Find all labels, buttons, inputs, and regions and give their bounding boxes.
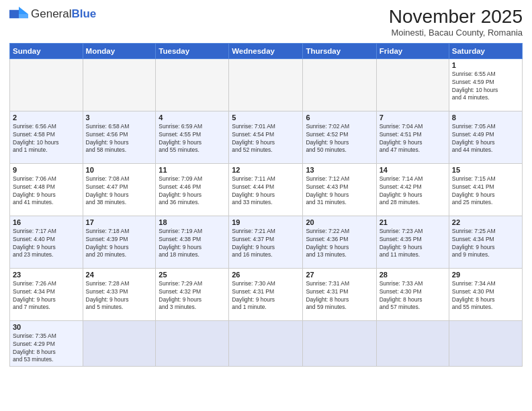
day-number: 5 — [232, 113, 300, 122]
calendar-week-row: 23Sunrise: 7:26 AM Sunset: 4:34 PM Dayli… — [10, 268, 523, 320]
day-number: 12 — [232, 166, 300, 174]
table-row: 11Sunrise: 7:09 AM Sunset: 4:46 PM Dayli… — [156, 163, 229, 216]
table-row: 3Sunrise: 6:58 AM Sunset: 4:56 PM Daylig… — [83, 111, 156, 163]
day-info: Sunrise: 7:33 AM Sunset: 4:30 PM Dayligh… — [380, 280, 446, 312]
day-number: 3 — [86, 113, 153, 122]
calendar-week-row: 2Sunrise: 6:56 AM Sunset: 4:58 PM Daylig… — [10, 111, 523, 163]
day-number: 1 — [452, 61, 519, 69]
day-info: Sunrise: 7:21 AM Sunset: 4:37 PM Dayligh… — [232, 228, 300, 260]
table-row: 29Sunrise: 7:34 AM Sunset: 4:30 PM Dayli… — [449, 268, 522, 320]
col-sunday: Sunday — [10, 43, 83, 58]
day-number: 23 — [13, 271, 80, 279]
table-row: 28Sunrise: 7:33 AM Sunset: 4:30 PM Dayli… — [376, 268, 449, 320]
table-row: 17Sunrise: 7:18 AM Sunset: 4:39 PM Dayli… — [83, 216, 156, 268]
day-number: 30 — [13, 323, 80, 331]
day-number: 29 — [452, 271, 519, 279]
table-row: 20Sunrise: 7:22 AM Sunset: 4:36 PM Dayli… — [303, 216, 376, 268]
table-row — [83, 320, 156, 367]
day-number: 8 — [452, 113, 519, 122]
day-number: 22 — [452, 218, 519, 226]
table-row: 13Sunrise: 7:12 AM Sunset: 4:43 PM Dayli… — [303, 163, 376, 216]
day-info: Sunrise: 7:06 AM Sunset: 4:48 PM Dayligh… — [13, 175, 80, 208]
calendar-header-row: Sunday Monday Tuesday Wednesday Thursday… — [10, 43, 523, 58]
table-row: 2Sunrise: 6:56 AM Sunset: 4:58 PM Daylig… — [10, 111, 83, 163]
day-number: 17 — [86, 218, 153, 226]
table-row — [449, 320, 522, 367]
table-row — [376, 320, 449, 367]
table-row — [303, 58, 376, 111]
day-number: 13 — [306, 166, 373, 174]
day-info: Sunrise: 7:04 AM Sunset: 4:51 PM Dayligh… — [380, 123, 446, 155]
svg-rect-2 — [19, 14, 28, 18]
day-info: Sunrise: 7:35 AM Sunset: 4:29 PM Dayligh… — [13, 332, 80, 365]
location-subtitle: Moinesti, Bacau County, Romania — [389, 28, 523, 38]
day-number: 2 — [13, 113, 80, 122]
day-info: Sunrise: 6:58 AM Sunset: 4:56 PM Dayligh… — [86, 123, 153, 155]
day-info: Sunrise: 7:23 AM Sunset: 4:35 PM Dayligh… — [380, 228, 446, 260]
calendar-week-row: 30Sunrise: 7:35 AM Sunset: 4:29 PM Dayli… — [10, 320, 523, 367]
day-info: Sunrise: 7:09 AM Sunset: 4:46 PM Dayligh… — [159, 175, 226, 208]
day-info: Sunrise: 7:12 AM Sunset: 4:43 PM Dayligh… — [306, 175, 373, 208]
table-row: 6Sunrise: 7:02 AM Sunset: 4:52 PM Daylig… — [303, 111, 376, 163]
table-row: 30Sunrise: 7:35 AM Sunset: 4:29 PM Dayli… — [10, 320, 83, 367]
day-info: Sunrise: 7:11 AM Sunset: 4:44 PM Dayligh… — [232, 175, 300, 208]
table-row: 24Sunrise: 7:28 AM Sunset: 4:33 PM Dayli… — [83, 268, 156, 320]
table-row: 8Sunrise: 7:05 AM Sunset: 4:49 PM Daylig… — [449, 111, 522, 163]
day-info: Sunrise: 7:28 AM Sunset: 4:33 PM Dayligh… — [86, 280, 153, 312]
col-monday: Monday — [83, 43, 156, 58]
day-number: 16 — [13, 218, 80, 226]
day-number: 9 — [13, 166, 80, 174]
table-row: 22Sunrise: 7:25 AM Sunset: 4:34 PM Dayli… — [449, 216, 522, 268]
day-info: Sunrise: 7:05 AM Sunset: 4:49 PM Dayligh… — [452, 123, 519, 155]
day-info: Sunrise: 6:55 AM Sunset: 4:59 PM Dayligh… — [452, 71, 519, 103]
table-row: 12Sunrise: 7:11 AM Sunset: 4:44 PM Dayli… — [229, 163, 303, 216]
table-row: 10Sunrise: 7:08 AM Sunset: 4:47 PM Dayli… — [83, 163, 156, 216]
table-row: 14Sunrise: 7:14 AM Sunset: 4:42 PM Dayli… — [376, 163, 449, 216]
day-info: Sunrise: 7:02 AM Sunset: 4:52 PM Dayligh… — [306, 123, 373, 155]
day-info: Sunrise: 7:15 AM Sunset: 4:41 PM Dayligh… — [452, 175, 519, 208]
calendar-week-row: 16Sunrise: 7:17 AM Sunset: 4:40 PM Dayli… — [10, 216, 523, 268]
table-row: 23Sunrise: 7:26 AM Sunset: 4:34 PM Dayli… — [10, 268, 83, 320]
table-row — [10, 58, 83, 111]
calendar-week-row: 1Sunrise: 6:55 AM Sunset: 4:59 PM Daylig… — [10, 58, 523, 111]
table-row — [83, 58, 156, 111]
day-info: Sunrise: 7:14 AM Sunset: 4:42 PM Dayligh… — [380, 175, 446, 208]
day-info: Sunrise: 7:26 AM Sunset: 4:34 PM Dayligh… — [13, 280, 80, 312]
table-row: 9Sunrise: 7:06 AM Sunset: 4:48 PM Daylig… — [10, 163, 83, 216]
table-row — [229, 320, 303, 367]
table-row: 4Sunrise: 6:59 AM Sunset: 4:55 PM Daylig… — [156, 111, 229, 163]
day-info: Sunrise: 7:17 AM Sunset: 4:40 PM Dayligh… — [13, 228, 80, 260]
table-row: 16Sunrise: 7:17 AM Sunset: 4:40 PM Dayli… — [10, 216, 83, 268]
day-number: 18 — [159, 218, 226, 226]
svg-marker-1 — [19, 7, 28, 14]
day-info: Sunrise: 7:22 AM Sunset: 4:36 PM Dayligh… — [306, 228, 373, 260]
col-wednesday: Wednesday — [229, 43, 303, 58]
day-info: Sunrise: 7:29 AM Sunset: 4:32 PM Dayligh… — [159, 280, 226, 312]
table-row — [303, 320, 376, 367]
generalblue-logo-icon — [9, 7, 28, 21]
logo-text: GeneralBlue — [31, 7, 96, 21]
table-row: 19Sunrise: 7:21 AM Sunset: 4:37 PM Dayli… — [229, 216, 303, 268]
day-number: 28 — [380, 271, 446, 279]
table-row: 21Sunrise: 7:23 AM Sunset: 4:35 PM Dayli… — [376, 216, 449, 268]
day-info: Sunrise: 7:19 AM Sunset: 4:38 PM Dayligh… — [159, 228, 226, 260]
day-number: 24 — [86, 271, 153, 279]
day-info: Sunrise: 7:31 AM Sunset: 4:31 PM Dayligh… — [306, 280, 373, 312]
day-info: Sunrise: 7:34 AM Sunset: 4:30 PM Dayligh… — [452, 280, 519, 312]
day-number: 15 — [452, 166, 519, 174]
table-row: 7Sunrise: 7:04 AM Sunset: 4:51 PM Daylig… — [376, 111, 449, 163]
table-row: 27Sunrise: 7:31 AM Sunset: 4:31 PM Dayli… — [303, 268, 376, 320]
day-number: 26 — [232, 271, 300, 279]
day-info: Sunrise: 7:18 AM Sunset: 4:39 PM Dayligh… — [86, 228, 153, 260]
col-thursday: Thursday — [303, 43, 376, 58]
title-area: November 2025 Moinesti, Bacau County, Ro… — [389, 7, 523, 38]
day-number: 10 — [86, 166, 153, 174]
day-info: Sunrise: 7:08 AM Sunset: 4:47 PM Dayligh… — [86, 175, 153, 208]
table-row: 15Sunrise: 7:15 AM Sunset: 4:41 PM Dayli… — [449, 163, 522, 216]
day-number: 27 — [306, 271, 373, 279]
day-info: Sunrise: 6:56 AM Sunset: 4:58 PM Dayligh… — [13, 123, 80, 155]
day-number: 21 — [380, 218, 446, 226]
day-number: 4 — [159, 113, 226, 122]
logo-area: GeneralBlue — [9, 7, 96, 21]
day-number: 6 — [306, 113, 373, 122]
